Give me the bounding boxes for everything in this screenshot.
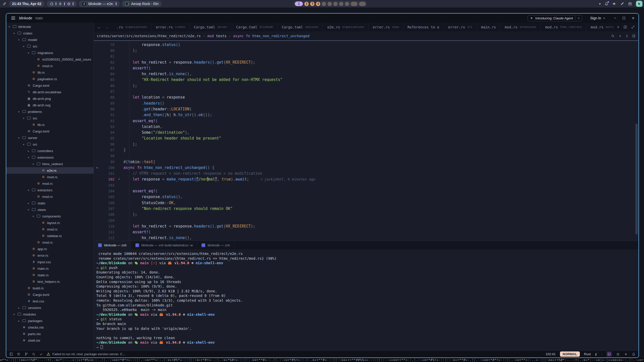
code-line-87[interactable]: 87 [94,88,638,94]
link-icon[interactable] [3,2,7,6]
tree-folder-migrations[interactable]: ▾migrations [6,50,94,56]
terminal-output[interactable]: create mode 100644 crates/server/src/ext… [94,249,638,350]
code-line-85[interactable]: 85 "HX-Redirect header should not be add… [94,77,638,83]
tree-folder-extensions[interactable]: ▾extensions [6,154,94,161]
code-line-97[interactable]: 97} [94,147,638,153]
tab-main.rs[interactable]: main.rs [477,23,501,31]
tree-file-mod.rs[interactable]: ⚙mod.rs [6,239,94,246]
tree-file-db-arch.svg[interactable]: ▣db-arch.svg [6,102,94,108]
buffer-search-icon[interactable] [611,34,615,38]
code-line-99[interactable]: 99#[tokio::test] [94,159,638,165]
tab-mod.rs[interactable]: mod.rsextensions [501,23,541,31]
tab-.rs[interactable]: .rsorganizations [112,23,151,31]
nav-back-icon[interactable]: ← [97,25,101,29]
tree-folder-htmx_redirect[interactable]: ▾htmx_redirect [6,161,94,167]
editor-scrollbar-thumb[interactable] [635,124,638,234]
tree-file-lib.rs[interactable]: ⚙lib.rs [6,121,94,128]
workspace-active[interactable]: 1 [295,2,303,6]
inline-assist-icon[interactable] [619,34,622,38]
tree-file-lib.rs[interactable]: ⚙lib.rs [6,69,94,76]
tree-file-Cargo.toml[interactable]: ⚙Cargo.toml [6,128,94,134]
workspace-dot[interactable] [339,2,343,6]
breadcrumb-path[interactable]: crates/server/src/extensions/htmx_redire… [97,34,201,38]
tab-error.rs[interactable]: error.rscreate [151,23,189,31]
run-test-icon[interactable]: ▶ [94,166,101,169]
owl-icon[interactable] [628,2,632,6]
code-line-82[interactable]: 82 let hx_redirect = response.headers().… [94,59,638,65]
code-line-80[interactable]: 80 ); [94,48,638,53]
tree-folder-static[interactable]: ▸static [6,200,94,206]
workspace-dot[interactable] [359,2,366,6]
text-cursor-icon[interactable]: I [626,34,628,38]
system-meters-chip[interactable] [47,1,76,7]
code-line-103[interactable]: 103 [94,182,638,188]
pen-off-icon[interactable] [620,2,624,6]
tree-folder-views[interactable]: ▾views [6,206,94,213]
media-chip[interactable]: Aesop Rock - Rin [122,1,162,7]
tree-file-test_helpers.rs[interactable]: ⚙test_helpers.rs [6,278,94,285]
volume-icon[interactable] [612,2,616,6]
code-line-93[interactable]: 93 location, [94,124,638,129]
tree-folder-packages[interactable]: ▸packages [6,318,94,324]
edit-prediction-icon[interactable]: zˆ [595,352,598,356]
tree-file-m20260331_005002_add_cours[interactable]: ⚙m20260331_005002_add_cours [6,56,94,63]
code-line-79[interactable]: 79 response.status() [94,42,638,48]
tree-folder-server[interactable]: ▾server [6,134,94,141]
sign-in-button[interactable]: Sign In▾ [590,16,605,20]
tree-folder-components[interactable]: ▾components [6,213,94,219]
clock-chip[interactable]: 21:43 Thu, Apr 02 [9,1,44,7]
tree-file-mod.rs[interactable]: ⚙mod.rs [6,226,94,233]
tree-folder-modules[interactable]: ▾modules [6,311,94,318]
code-line-102[interactable]: 102⚡ let response = make_request("/norma… [94,176,638,182]
workspace-4[interactable]: 4 [316,2,320,6]
code-line-81[interactable]: 81 [94,54,638,59]
tree-folder-problems[interactable]: ▾problems [6,108,94,115]
tab-Cargo.toml[interactable]: Cargo.tomlserver [190,23,232,31]
tree-folder-blinkode[interactable]: ▾blinkode [6,23,94,30]
code-line-110[interactable]: 110 let hx_redirect = response.headers()… [94,223,638,229]
search-icon[interactable] [32,352,35,356]
terminal-tab[interactable]: >_blinkode — zsh build-tailwindcss -w [131,241,197,249]
close-button[interactable]: × [632,16,634,21]
tab-mod.rs[interactable]: mod.rsextractors [586,23,613,31]
workspace-3[interactable]: 3 [310,2,314,6]
code-line-101[interactable]: 101 // HTMX request + non-redirect respo… [94,171,638,176]
lsp-error-message[interactable]: Failed to run nil, nixd, package-version… [47,352,126,356]
tree-folder-crates[interactable]: ▾crates [6,30,94,36]
tree-file-db-arch.excalidraw[interactable]: ✎db-arch.excalidraw [6,89,94,95]
code-line-88[interactable]: 88 let location = response [94,95,638,100]
tree-file-mod.rs[interactable]: ⚙mod.rs [6,193,94,200]
code-line-112[interactable]: 112 hx_redirect.is_none(), [94,235,638,241]
breadcrumb[interactable]: crates/server/src/extensions/htmx_redire… [94,31,638,41]
tree-file-pagination.rs[interactable]: ⚙pagination.rs [6,76,94,82]
tab-error.rs[interactable]: error.rsshow [369,23,403,31]
tree-file-shell.nix[interactable]: ❄shell.nix [6,337,94,344]
tree-folder-controllers[interactable]: ▸controllers [6,148,94,154]
outline-panel-icon[interactable] [17,352,21,356]
workspace-dot[interactable] [351,2,357,6]
branch-name[interactable]: main [35,16,43,20]
tree-file-mod.rs[interactable]: ⚙mod.rs [6,180,94,187]
split-pane-icon[interactable] [623,25,627,29]
assistant-sparkle-icon[interactable] [624,352,628,356]
tree-file-layout.rs[interactable]: ⚙layout.rs [6,219,94,226]
workspace-dot[interactable] [333,2,338,6]
tree-file-Cargo.toml[interactable]: ⚙Cargo.toml [6,82,94,89]
tab-Cargo.toml[interactable]: Cargo.tomlsessions [277,23,323,31]
tree-folder-extractors[interactable]: ▾extractors [6,187,94,193]
tree-file-checks.nix[interactable]: ❄checks.nix [6,324,94,331]
code-line-105[interactable]: 105 response.status(), [94,194,638,200]
debug-icon[interactable] [616,352,620,356]
git-branch-icon[interactable] [24,352,28,356]
tree-file-test.css[interactable]: #test.css [6,298,94,304]
promo-banner[interactable]: Introducing: Claude Agent × [528,15,582,21]
tree-file-error.rs[interactable]: ⚙error.rs [6,252,94,259]
tab-mod.rs[interactable]: mod.rshtmx_redirect [541,23,586,31]
breadcrumb-function[interactable]: async fn htmx_non_redirect_unchanged [233,34,309,38]
tree-file-main.rs[interactable]: ⚙main.rs [6,265,94,272]
code-line-86[interactable]: 86 ); [94,83,638,88]
code-line-83[interactable]: 83 assert!( [94,65,638,71]
new-tab-icon[interactable]: + [617,25,619,29]
workspace-2[interactable]: 2 [304,2,309,6]
notifications-icon[interactable] [632,352,635,356]
